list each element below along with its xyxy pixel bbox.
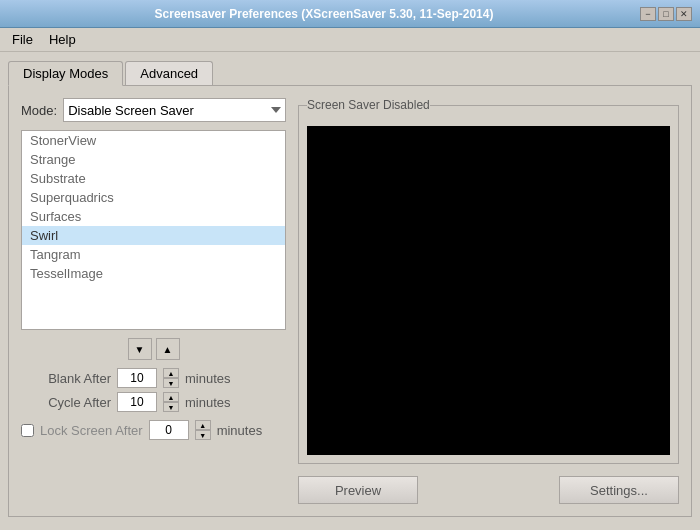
lock-units: minutes [217, 423, 263, 438]
blank-after-down-button[interactable]: ▼ [163, 378, 179, 388]
window-controls: − □ ✕ [640, 7, 692, 21]
preview-button[interactable]: Preview [298, 476, 418, 504]
list-item[interactable]: Substrate [22, 169, 285, 188]
chevron-up-icon: ▲ [163, 344, 173, 355]
lock-down-button[interactable]: ▼ [195, 430, 211, 440]
screensaver-list[interactable]: StonerView Strange Substrate Superquadri… [21, 130, 286, 330]
list-item[interactable]: Superquadrics [22, 188, 285, 207]
right-panel: Screen Saver Disabled Preview Settings..… [298, 98, 679, 504]
cycle-after-row: Cycle After ▲ ▼ minutes [21, 392, 286, 412]
cycle-after-input[interactable] [117, 392, 157, 412]
menu-help[interactable]: Help [41, 30, 84, 49]
scroll-down-button[interactable]: ▼ [128, 338, 152, 360]
blank-after-spinner: ▲ ▼ [163, 368, 179, 388]
chevron-down-icon: ▼ [135, 344, 145, 355]
preview-legend: Screen Saver Disabled [307, 98, 430, 112]
blank-after-up-button[interactable]: ▲ [163, 368, 179, 378]
mode-select[interactable]: Disable Screen Saver Blank Screen Only O… [63, 98, 286, 122]
mode-label: Mode: [21, 103, 57, 118]
main-content: Display Modes Advanced Mode: Disable Scr… [0, 52, 700, 530]
scroll-up-button[interactable]: ▲ [156, 338, 180, 360]
close-button[interactable]: ✕ [676, 7, 692, 21]
lock-label: Lock Screen After [40, 423, 143, 438]
cycle-after-up-button[interactable]: ▲ [163, 392, 179, 402]
lock-checkbox[interactable] [21, 424, 34, 437]
list-item[interactable]: Strange [22, 150, 285, 169]
list-item[interactable]: StonerView [22, 131, 285, 150]
maximize-button[interactable]: □ [658, 7, 674, 21]
list-item[interactable]: Surfaces [22, 207, 285, 226]
settings-button[interactable]: Settings... [559, 476, 679, 504]
list-item[interactable]: Tangram [22, 245, 285, 264]
tab-panel: Mode: Disable Screen Saver Blank Screen … [8, 85, 692, 517]
cycle-after-spinner: ▲ ▼ [163, 392, 179, 412]
blank-after-input[interactable] [117, 368, 157, 388]
lock-after-input[interactable] [149, 420, 189, 440]
cycle-after-units: minutes [185, 395, 231, 410]
lock-spinner: ▲ ▼ [195, 420, 211, 440]
tab-display-modes[interactable]: Display Modes [8, 61, 123, 86]
blank-after-units: minutes [185, 371, 231, 386]
cycle-after-down-button[interactable]: ▼ [163, 402, 179, 412]
title-bar: Screensaver Preferences (XScreenSaver 5.… [0, 0, 700, 28]
minimize-button[interactable]: − [640, 7, 656, 21]
lock-row: Lock Screen After ▲ ▼ minutes [21, 420, 286, 440]
content-area: Mode: Disable Screen Saver Blank Screen … [21, 98, 679, 504]
list-item[interactable]: TesselImage [22, 264, 285, 283]
lock-up-button[interactable]: ▲ [195, 420, 211, 430]
list-item-selected[interactable]: Swirl [22, 226, 285, 245]
menu-bar: File Help [0, 28, 700, 52]
blank-after-row: Blank After ▲ ▼ minutes [21, 368, 286, 388]
menu-file[interactable]: File [4, 30, 41, 49]
preview-screen [307, 126, 670, 455]
tab-advanced[interactable]: Advanced [125, 61, 213, 86]
left-panel: Mode: Disable Screen Saver Blank Screen … [21, 98, 286, 504]
tab-bar: Display Modes Advanced [8, 60, 692, 85]
blank-after-label: Blank After [21, 371, 111, 386]
window-title: Screensaver Preferences (XScreenSaver 5.… [8, 7, 640, 21]
mode-row: Mode: Disable Screen Saver Blank Screen … [21, 98, 286, 122]
preview-group: Screen Saver Disabled [298, 98, 679, 464]
nav-buttons: ▼ ▲ [21, 338, 286, 360]
action-buttons: Preview Settings... [298, 472, 679, 504]
spinner-rows: Blank After ▲ ▼ minutes Cycle After [21, 368, 286, 412]
cycle-after-label: Cycle After [21, 395, 111, 410]
